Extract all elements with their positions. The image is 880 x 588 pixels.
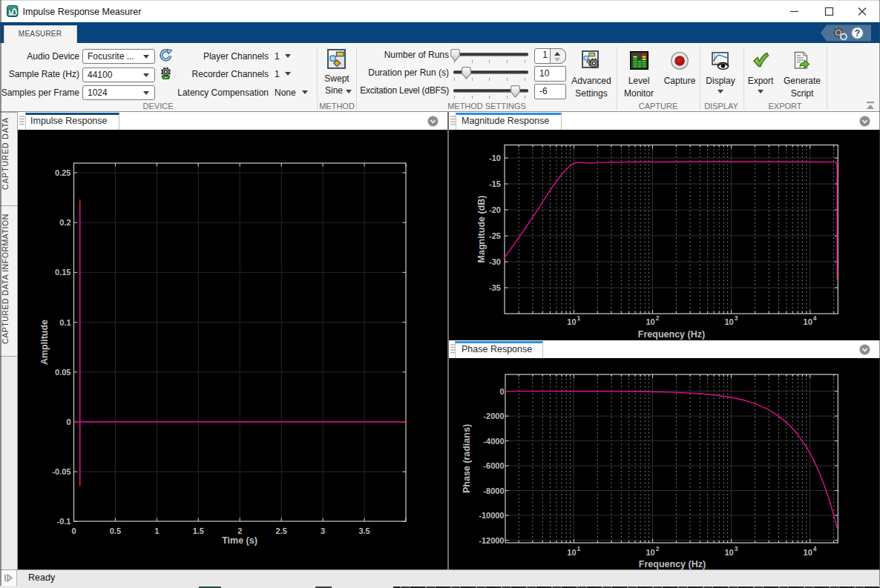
svg-text:Magnitude (dB): Magnitude (dB)	[476, 196, 487, 263]
svg-text:Amplitude: Amplitude	[39, 320, 50, 365]
svg-text:10: 10	[646, 317, 654, 326]
svg-text:0.25: 0.25	[55, 168, 70, 177]
svg-text:1.5: 1.5	[193, 526, 204, 535]
svg-text:2: 2	[656, 314, 660, 322]
svg-text:1: 1	[577, 314, 581, 322]
svg-text:10: 10	[804, 317, 812, 326]
svg-text:4: 4	[813, 314, 817, 322]
svg-text:-30: -30	[489, 257, 501, 266]
svg-text:1: 1	[154, 526, 159, 535]
svg-text:10: 10	[567, 548, 576, 557]
svg-text:Frequency (Hz): Frequency (Hz)	[638, 329, 705, 340]
svg-text:0.05: 0.05	[55, 368, 70, 377]
svg-text:3: 3	[735, 545, 738, 552]
svg-text:2.5: 2.5	[276, 526, 287, 535]
svg-text:0: 0	[499, 387, 504, 396]
svg-text:0.2: 0.2	[59, 218, 70, 227]
svg-text:Time (s): Time (s)	[222, 535, 257, 546]
svg-text:-10000: -10000	[479, 511, 504, 520]
svg-text:3: 3	[735, 314, 738, 322]
svg-text:?: ?	[855, 28, 860, 39]
svg-text:-15: -15	[489, 179, 501, 188]
svg-text:-4000: -4000	[483, 437, 504, 446]
svg-text:-10: -10	[489, 153, 501, 162]
svg-text:Frequency (Hz): Frequency (Hz)	[639, 559, 706, 569]
svg-text:Phase (radians): Phase (radians)	[462, 424, 472, 493]
svg-text:2: 2	[656, 545, 660, 552]
svg-text:0.15: 0.15	[55, 268, 70, 277]
svg-text:0: 0	[66, 417, 70, 426]
svg-text:4: 4	[813, 545, 817, 552]
svg-text:-2000: -2000	[483, 412, 504, 420]
svg-text:3: 3	[321, 526, 325, 535]
svg-text:-25: -25	[489, 231, 501, 240]
svg-text:10: 10	[724, 548, 733, 557]
svg-text:3.5: 3.5	[358, 526, 370, 535]
svg-text:10: 10	[567, 317, 576, 326]
svg-text:-20: -20	[489, 205, 501, 214]
svg-text:0.1: 0.1	[59, 318, 70, 327]
svg-text:10: 10	[646, 548, 654, 557]
svg-text:-0.05: -0.05	[52, 467, 70, 476]
svg-text:-0.1: -0.1	[57, 517, 71, 526]
svg-text:-8000: -8000	[483, 486, 504, 495]
svg-text:1: 1	[577, 545, 581, 552]
svg-text:0.5: 0.5	[110, 526, 121, 535]
svg-text:10: 10	[804, 548, 812, 557]
svg-text:-35: -35	[489, 283, 501, 292]
svg-text:0: 0	[71, 526, 76, 535]
svg-text:10: 10	[724, 317, 733, 326]
svg-text:2: 2	[237, 526, 242, 535]
svg-text:-6000: -6000	[483, 461, 504, 470]
svg-text:-12000: -12000	[479, 536, 504, 545]
